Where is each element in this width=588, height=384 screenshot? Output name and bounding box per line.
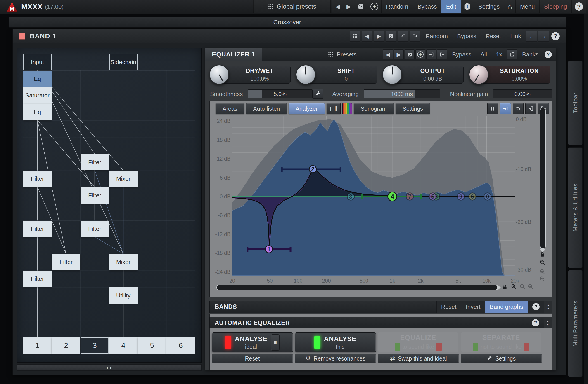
band-reset-button[interactable]: Reset <box>482 31 505 41</box>
menu-button[interactable]: Menu <box>515 0 539 13</box>
band-dice-button[interactable] <box>386 31 397 41</box>
eq-graph[interactable]: 1237859604 <box>232 116 515 276</box>
pause-button[interactable] <box>487 103 498 114</box>
eq-all-button[interactable]: All <box>476 49 491 60</box>
node-filter[interactable]: Filter <box>81 154 109 170</box>
eq-band-point-3[interactable]: 3 <box>347 193 354 200</box>
node-mixer[interactable]: Mixer <box>109 171 138 187</box>
eq-banks-button[interactable]: Banks <box>518 49 543 60</box>
step-end-button[interactable] <box>500 103 511 114</box>
slot-5[interactable]: 5 <box>138 337 166 354</box>
crossover-bar[interactable]: Crossover <box>9 17 566 28</box>
slot-3[interactable]: 3 <box>81 337 109 354</box>
remove-resonances-button[interactable]: ⚙Remove resonances <box>295 354 376 363</box>
eq-band-point-6[interactable]: 6 <box>469 193 476 200</box>
bands-help-button[interactable]: ? <box>528 301 544 313</box>
band-color-chip[interactable] <box>19 33 25 39</box>
eq-band-point-5[interactable]: 5 <box>429 193 436 200</box>
tab-multiparameters[interactable]: MultiParameters <box>568 270 583 377</box>
band-random-button[interactable]: Random <box>421 31 452 41</box>
averaging-slider[interactable]: 1000 ms <box>364 89 440 98</box>
edit-button[interactable]: Edit <box>441 0 461 13</box>
node-graph-panel[interactable]: InputSidechainEqSaturatorEqFilterFilterM… <box>17 48 202 363</box>
node-saturator[interactable]: Saturator <box>23 87 52 104</box>
eq-next-button[interactable]: ▶ <box>394 49 404 59</box>
band-prev-button[interactable]: ◀ <box>362 31 373 41</box>
eq-1x-button[interactable]: 1x <box>492 49 506 60</box>
node-filter[interactable]: Filter <box>81 221 109 237</box>
smoothness-settings-button[interactable] <box>313 89 323 99</box>
auto-listen-button[interactable]: Auto-listen <box>246 103 287 114</box>
settings-button[interactable]: Settings <box>474 0 504 13</box>
vertical-scrollbar[interactable] <box>540 108 546 249</box>
colors-rainbow-button[interactable] <box>342 103 352 114</box>
output-knob-group[interactable]: OUTPUT0.00 dB <box>382 63 465 87</box>
output-knob[interactable] <box>382 65 402 84</box>
shift-knob[interactable] <box>296 65 316 84</box>
eq-band-point-4[interactable]: 4 <box>388 192 397 201</box>
global-presets-button[interactable]: Global presets <box>253 0 331 13</box>
auto-eq-reset-button[interactable]: Reset <box>212 354 293 363</box>
preset-add-button[interactable]: + <box>367 0 381 13</box>
eq-presets-button[interactable]: Presets <box>328 51 357 58</box>
node-filter[interactable]: Filter <box>23 271 52 287</box>
slot-4[interactable]: 4 <box>109 337 138 354</box>
saturation-knob[interactable] <box>469 65 489 84</box>
eq-dice-button[interactable] <box>405 49 415 59</box>
eq-band-point-1[interactable]: 1 <box>265 246 273 253</box>
analyzer-settings-button[interactable]: Settings <box>396 103 430 114</box>
node-sidechain[interactable]: Sidechain <box>109 54 138 70</box>
eq-export-button[interactable] <box>437 49 447 59</box>
x-lock-icon[interactable] <box>501 284 508 290</box>
eq-help-button[interactable]: ? <box>544 50 553 59</box>
node-filter[interactable]: Filter <box>52 254 80 270</box>
eq-detach-button[interactable] <box>507 49 517 59</box>
band-graphs-button[interactable]: Band graphs <box>485 301 528 313</box>
band-help-button[interactable]: ? <box>550 31 561 41</box>
fill-button[interactable]: Fill <box>327 103 341 114</box>
band-bypass-button[interactable]: Bypass <box>453 31 480 41</box>
node-filter[interactable]: Filter <box>23 221 52 237</box>
x-zoom-out-icon[interactable] <box>519 283 526 290</box>
eq-add-button[interactable]: + <box>416 49 425 59</box>
drywet-knob-group[interactable]: DRY/WET100.0% <box>209 63 293 87</box>
eq-band-point-2[interactable]: 2 <box>309 166 316 173</box>
bands-reset-button[interactable]: Reset <box>437 301 461 313</box>
node-mixer[interactable]: Mixer <box>109 254 138 270</box>
y-zoom-reset-icon[interactable] <box>539 276 546 282</box>
bands-collapse-spinner[interactable]: ▲▼ <box>544 301 552 313</box>
auto-eq-settings-button[interactable]: Settings <box>461 354 542 363</box>
y-lock-icon[interactable] <box>539 251 546 258</box>
eq-band-point-7[interactable]: 7 <box>406 193 413 200</box>
bypass-button[interactable]: Bypass <box>413 0 441 13</box>
band-presets-grid-button[interactable] <box>350 31 360 41</box>
areas-button[interactable]: Areas <box>215 103 244 114</box>
smoothness-slider[interactable]: 5.0% <box>248 89 313 98</box>
eq-import-button[interactable] <box>426 49 436 59</box>
horizontal-scrollbar[interactable] <box>216 285 497 290</box>
node-filter[interactable]: Filter <box>23 171 52 187</box>
node-input[interactable]: Input <box>23 54 52 70</box>
preset-next-button[interactable]: ▶ <box>343 0 354 13</box>
node-graph-resize-handle[interactable]: ‹› <box>17 364 202 371</box>
x-zoom-reset-icon[interactable] <box>527 283 534 290</box>
graph-import-button[interactable] <box>525 103 536 114</box>
separate-button[interactable]: SEPARATE not to sound like <box>461 332 541 352</box>
x-zoom-in-icon[interactable] <box>510 283 517 290</box>
home-button[interactable]: ⌂ <box>504 0 515 13</box>
eq-bypass-button[interactable]: Bypass <box>448 49 475 60</box>
slot-6[interactable]: 6 <box>167 337 195 354</box>
node-utility[interactable]: Utility <box>109 287 138 304</box>
y-zoom-in-icon[interactable] <box>539 259 546 266</box>
band-link-button[interactable]: Link <box>506 31 525 41</box>
tab-meters-utilities[interactable]: Meters & Utilities <box>568 147 583 268</box>
analyse-this-button[interactable]: ANALYSEthis <box>295 332 376 352</box>
preset-prev-button[interactable]: ◀ <box>332 0 343 13</box>
eq-prev-button[interactable]: ◀ <box>383 49 393 59</box>
randomize-dice-button[interactable] <box>354 0 367 13</box>
swap-this-ideal-button[interactable]: ⇄Swap this and ideal <box>378 354 459 363</box>
node-eq[interactable]: Eq <box>23 104 52 120</box>
sleeping-status[interactable]: Sleeping <box>539 0 571 13</box>
band-forward-button[interactable]: → <box>538 31 549 41</box>
eq-band-point-9[interactable]: 9 <box>457 193 464 200</box>
